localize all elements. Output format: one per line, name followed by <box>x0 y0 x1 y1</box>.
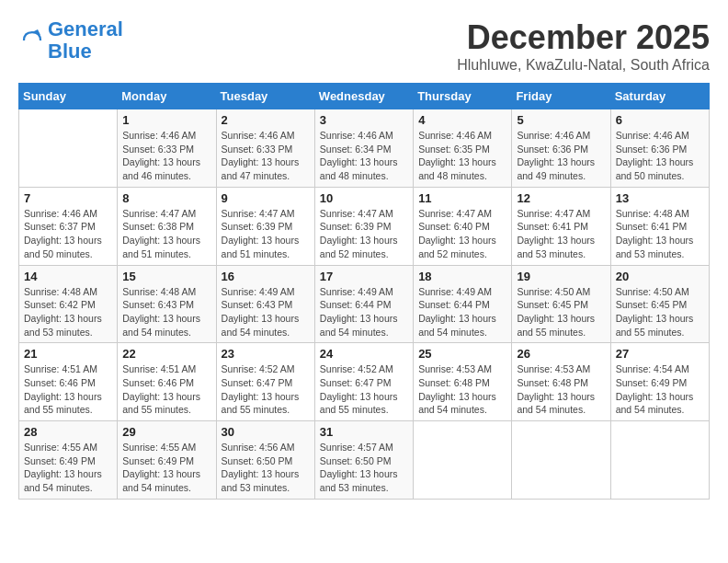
day-cell: 28 Sunrise: 4:55 AMSunset: 6:49 PMDaylig… <box>19 421 118 500</box>
day-info: Sunrise: 4:46 AMSunset: 6:37 PMDaylight:… <box>24 208 102 259</box>
day-cell: 12 Sunrise: 4:47 AMSunset: 6:41 PMDaylig… <box>512 187 610 265</box>
week-row-3: 14 Sunrise: 4:48 AMSunset: 6:42 PMDaylig… <box>19 265 710 343</box>
day-info: Sunrise: 4:57 AMSunset: 6:50 PMDaylight:… <box>320 442 398 493</box>
day-info: Sunrise: 4:46 AMSunset: 6:36 PMDaylight:… <box>616 130 694 181</box>
day-cell: 17 Sunrise: 4:49 AMSunset: 6:44 PMDaylig… <box>314 265 413 343</box>
day-info: Sunrise: 4:52 AMSunset: 6:47 PMDaylight:… <box>320 363 398 415</box>
day-info: Sunrise: 4:47 AMSunset: 6:39 PMDaylight:… <box>222 208 300 259</box>
day-cell: 20 Sunrise: 4:50 AMSunset: 6:45 PMDaylig… <box>610 265 709 343</box>
day-number: 31 <box>320 425 408 439</box>
day-number: 27 <box>616 347 704 361</box>
day-cell: 11 Sunrise: 4:47 AMSunset: 6:40 PMDaylig… <box>414 187 512 265</box>
day-cell: 4 Sunrise: 4:46 AMSunset: 6:35 PMDayligh… <box>414 109 512 188</box>
calendar-table: SundayMondayTuesdayWednesdayThursdayFrid… <box>18 83 710 500</box>
day-info: Sunrise: 4:51 AMSunset: 6:46 PMDaylight:… <box>24 363 102 415</box>
day-number: 17 <box>320 270 408 283</box>
day-info: Sunrise: 4:46 AMSunset: 6:34 PMDaylight:… <box>320 130 398 181</box>
day-cell: 15 Sunrise: 4:48 AMSunset: 6:43 PMDaylig… <box>118 265 216 343</box>
header-cell-friday: Friday <box>512 84 610 109</box>
day-info: Sunrise: 4:48 AMSunset: 6:43 PMDaylight:… <box>122 286 200 338</box>
day-cell: 9 Sunrise: 4:47 AMSunset: 6:39 PMDayligh… <box>216 187 314 265</box>
title-block: December 2025 Hluhluwe, KwaZulu-Natal, S… <box>457 18 710 74</box>
day-number: 16 <box>222 270 310 283</box>
day-cell <box>19 109 118 188</box>
week-row-5: 28 Sunrise: 4:55 AMSunset: 6:49 PMDaylig… <box>19 421 710 500</box>
day-cell: 2 Sunrise: 4:46 AMSunset: 6:33 PMDayligh… <box>216 109 314 188</box>
day-cell: 14 Sunrise: 4:48 AMSunset: 6:42 PMDaylig… <box>19 265 118 343</box>
day-number: 29 <box>122 425 210 439</box>
day-number: 7 <box>24 191 112 205</box>
day-info: Sunrise: 4:47 AMSunset: 6:39 PMDaylight:… <box>320 208 398 259</box>
page-header: General Blue December 2025 Hluhluwe, Kwa… <box>18 18 710 74</box>
day-cell: 30 Sunrise: 4:56 AMSunset: 6:50 PMDaylig… <box>216 421 314 500</box>
day-info: Sunrise: 4:53 AMSunset: 6:48 PMDaylight:… <box>517 363 595 415</box>
day-number: 25 <box>418 347 506 361</box>
header-row: SundayMondayTuesdayWednesdayThursdayFrid… <box>19 84 710 109</box>
day-info: Sunrise: 4:48 AMSunset: 6:41 PMDaylight:… <box>616 208 694 259</box>
day-info: Sunrise: 4:52 AMSunset: 6:47 PMDaylight:… <box>222 363 300 415</box>
header-cell-wednesday: Wednesday <box>314 84 413 109</box>
day-number: 2 <box>222 113 310 127</box>
day-cell: 21 Sunrise: 4:51 AMSunset: 6:46 PMDaylig… <box>19 343 118 421</box>
day-cell: 18 Sunrise: 4:49 AMSunset: 6:44 PMDaylig… <box>414 265 512 343</box>
day-cell: 29 Sunrise: 4:55 AMSunset: 6:49 PMDaylig… <box>118 421 216 500</box>
day-info: Sunrise: 4:46 AMSunset: 6:36 PMDaylight:… <box>517 130 595 181</box>
day-info: Sunrise: 4:53 AMSunset: 6:48 PMDaylight:… <box>418 363 496 415</box>
day-cell: 22 Sunrise: 4:51 AMSunset: 6:46 PMDaylig… <box>118 343 216 421</box>
day-info: Sunrise: 4:49 AMSunset: 6:43 PMDaylight:… <box>222 286 300 338</box>
day-cell: 31 Sunrise: 4:57 AMSunset: 6:50 PMDaylig… <box>314 421 413 500</box>
day-number: 5 <box>517 113 605 127</box>
week-row-4: 21 Sunrise: 4:51 AMSunset: 6:46 PMDaylig… <box>19 343 710 421</box>
day-number: 13 <box>616 191 704 205</box>
day-number: 8 <box>122 191 210 205</box>
logo-icon <box>18 27 46 54</box>
day-info: Sunrise: 4:46 AMSunset: 6:35 PMDaylight:… <box>418 130 496 181</box>
day-number: 23 <box>222 347 310 361</box>
day-cell: 10 Sunrise: 4:47 AMSunset: 6:39 PMDaylig… <box>314 187 413 265</box>
day-number: 20 <box>616 270 704 283</box>
day-number: 9 <box>222 191 310 205</box>
day-number: 14 <box>24 270 112 283</box>
logo-general: General <box>48 17 123 40</box>
day-cell <box>610 421 709 500</box>
day-cell: 27 Sunrise: 4:54 AMSunset: 6:49 PMDaylig… <box>610 343 709 421</box>
day-cell: 19 Sunrise: 4:50 AMSunset: 6:45 PMDaylig… <box>512 265 610 343</box>
month-title: December 2025 <box>457 18 710 57</box>
day-cell: 25 Sunrise: 4:53 AMSunset: 6:48 PMDaylig… <box>414 343 512 421</box>
logo-blue: Blue <box>48 40 92 63</box>
week-row-2: 7 Sunrise: 4:46 AMSunset: 6:37 PMDayligh… <box>19 187 710 265</box>
day-number: 4 <box>418 113 506 127</box>
day-cell: 3 Sunrise: 4:46 AMSunset: 6:34 PMDayligh… <box>314 109 413 188</box>
day-info: Sunrise: 4:54 AMSunset: 6:49 PMDaylight:… <box>616 363 694 415</box>
logo: General Blue <box>18 18 123 63</box>
day-number: 11 <box>418 191 506 205</box>
day-cell: 1 Sunrise: 4:46 AMSunset: 6:33 PMDayligh… <box>118 109 216 188</box>
day-number: 6 <box>616 113 704 127</box>
day-number: 28 <box>24 425 112 439</box>
day-number: 21 <box>24 347 112 361</box>
day-info: Sunrise: 4:49 AMSunset: 6:44 PMDaylight:… <box>418 286 496 338</box>
day-cell <box>414 421 512 500</box>
day-cell: 24 Sunrise: 4:52 AMSunset: 6:47 PMDaylig… <box>314 343 413 421</box>
day-info: Sunrise: 4:51 AMSunset: 6:46 PMDaylight:… <box>122 363 200 415</box>
day-number: 26 <box>517 347 605 361</box>
day-cell: 23 Sunrise: 4:52 AMSunset: 6:47 PMDaylig… <box>216 343 314 421</box>
day-info: Sunrise: 4:50 AMSunset: 6:45 PMDaylight:… <box>616 286 694 338</box>
day-number: 3 <box>320 113 408 127</box>
day-number: 12 <box>517 191 605 205</box>
day-info: Sunrise: 4:56 AMSunset: 6:50 PMDaylight:… <box>222 442 300 493</box>
week-row-1: 1 Sunrise: 4:46 AMSunset: 6:33 PMDayligh… <box>19 109 710 188</box>
day-cell: 16 Sunrise: 4:49 AMSunset: 6:43 PMDaylig… <box>216 265 314 343</box>
day-number: 22 <box>122 347 210 361</box>
day-cell: 7 Sunrise: 4:46 AMSunset: 6:37 PMDayligh… <box>19 187 118 265</box>
header-cell-sunday: Sunday <box>19 84 118 109</box>
day-number: 24 <box>320 347 408 361</box>
day-number: 15 <box>122 270 210 283</box>
location-subtitle: Hluhluwe, KwaZulu-Natal, South Africa <box>457 57 710 74</box>
day-number: 10 <box>320 191 408 205</box>
day-info: Sunrise: 4:55 AMSunset: 6:49 PMDaylight:… <box>24 442 102 493</box>
day-number: 18 <box>418 270 506 283</box>
day-info: Sunrise: 4:46 AMSunset: 6:33 PMDaylight:… <box>122 130 200 181</box>
day-info: Sunrise: 4:47 AMSunset: 6:38 PMDaylight:… <box>122 208 200 259</box>
header-cell-thursday: Thursday <box>414 84 512 109</box>
